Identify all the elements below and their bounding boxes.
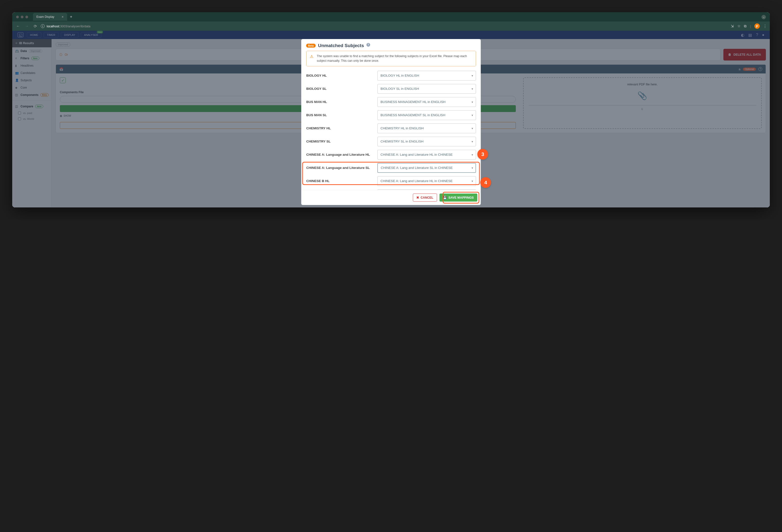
chevron-down-icon: ▼ [471, 153, 473, 156]
warning-text: The system was unable to find a matching… [317, 54, 472, 63]
cancel-button[interactable]: ✖ CANCEL [413, 193, 437, 201]
select-box[interactable]: BIOLOGY SL in ENGLISH [377, 84, 476, 94]
select-box[interactable]: BUSINESS MANAGEMENT HL in ENGLISH [377, 97, 476, 107]
mapping-row: CHEMISTRY SL CHEMISTRY SL in ENGLISH ▼ [305, 137, 477, 146]
subject-label: BIOLOGY SL [306, 87, 374, 90]
browser-tab[interactable]: Exam Display × [33, 13, 67, 21]
traffic-lights [16, 15, 28, 18]
warning-alert: ⚠ The system was unable to find a matchi… [306, 51, 476, 66]
subject-select[interactable]: CHEMISTRY HL in ENGLISH ▼ [377, 123, 476, 133]
subject-select[interactable]: BUSINESS MANAGEMENT SL in ENGLISH ▼ [377, 110, 476, 120]
modal-title: Unmatched Subjects [318, 43, 364, 48]
forward-icon[interactable]: → [24, 23, 30, 29]
modal-header: Beta Unmatched Subjects ? [301, 39, 481, 51]
browser-window: Exam Display × + ⌄ ← → ⟳ i localhost:300… [12, 12, 770, 207]
subject-label: CHEMISTRY HL [306, 126, 374, 130]
bookmark-icon[interactable]: ☆ [737, 24, 741, 28]
mapping-row: CHINESE A: Language and Literature HL CH… [305, 150, 477, 160]
chevron-down-icon: ▼ [471, 166, 473, 169]
reload-icon[interactable]: ⟳ [33, 23, 38, 30]
chevron-down-icon[interactable]: ⌄ [761, 15, 766, 19]
mapping-row: CHINESE B HL CHINESE A: Lang and Literat… [305, 176, 477, 186]
mapping-row: CHINESE A: Language and Literature SL CH… [305, 163, 477, 173]
back-icon[interactable]: ← [15, 23, 21, 29]
subject-select[interactable]: CHINESE A: Lang and Literature SL in CHI… [377, 163, 476, 173]
mapping-row: CHEMISTRY HL CHEMISTRY HL in ENGLISH ▼ [305, 123, 477, 133]
save-mappings-button[interactable]: 💾 SAVE MAPPINGS [439, 193, 477, 201]
subject-select[interactable]: BIOLOGY SL in ENGLISH ▼ [377, 84, 476, 94]
titlebar: Exam Display × + ⌄ [12, 12, 770, 22]
select-box[interactable]: CHINESE A: Lang and Literature SL in CHI… [377, 163, 476, 173]
mapping-row: BUS MAN HL BUSINESS MANAGEMENT HL in ENG… [305, 97, 477, 107]
subject-select[interactable]: BIOLOGY HL in ENGLISH ▼ [377, 71, 476, 80]
subject-label: BUS MAN SL [306, 113, 374, 117]
install-icon[interactable]: ⇲ [731, 24, 734, 28]
select-box[interactable]: BIOLOGY HL in ENGLISH [377, 71, 476, 80]
url-path: /analyser/ib/data [67, 25, 91, 28]
modal-footer: ✖ CANCEL 💾 SAVE MAPPINGS [301, 190, 481, 205]
cancel-icon: ✖ [416, 196, 419, 199]
url-host: localhost: [47, 25, 60, 28]
beta-badge: Beta [306, 44, 316, 48]
maximize-icon[interactable] [25, 15, 28, 18]
urlbar-actions: ⇲ ☆ ⧉ | F ⋮ [731, 24, 767, 29]
warning-icon: ⚠ [310, 54, 313, 59]
subject-label: BUS MAN HL [306, 100, 374, 104]
cancel-label: CANCEL [421, 196, 433, 199]
subject-select[interactable]: BUSINESS MANAGEMENT HL in ENGLISH ▼ [377, 97, 476, 107]
mapping-row: BIOLOGY SL BIOLOGY SL in ENGLISH ▼ [305, 84, 477, 94]
mapping-row: BIOLOGY HL BIOLOGY HL in ENGLISH ▼ [305, 71, 477, 80]
select-box[interactable]: BUSINESS MANAGEMENT SL in ENGLISH [377, 110, 476, 120]
minimize-icon[interactable] [21, 15, 24, 18]
select-box[interactable]: CHINESE A: Lang and Literature SL in CHI… [377, 189, 476, 190]
subject-label: CHEMISTRY SL [306, 140, 374, 143]
profile-avatar[interactable]: F [754, 24, 760, 29]
new-tab-icon[interactable]: + [70, 15, 72, 19]
address-bar[interactable]: i localhost:3003/analyser/ib/data [41, 24, 728, 28]
subject-select[interactable]: CHINESE A: Lang and Literature SL in CHI… [377, 189, 476, 190]
subject-select[interactable]: CHINESE A: Lang and Literature HL in CHI… [377, 176, 476, 186]
tab-title: Exam Display [36, 15, 54, 18]
titlebar-right: ⌄ [761, 14, 766, 19]
subject-select[interactable]: CHEMISTRY SL in ENGLISH ▼ [377, 137, 476, 146]
mapping-row: BUS MAN SL BUSINESS MANAGEMENT SL in ENG… [305, 110, 477, 120]
chevron-down-icon: ▼ [471, 127, 473, 129]
url-port: 3003 [60, 25, 67, 28]
save-icon: 💾 [443, 196, 447, 199]
app: ◱ HOMETIMERDISPLAYANALYSERNew ◐ ▤ ? ● ⁘ … [12, 31, 770, 207]
modal-body[interactable]: ⚠ The system was unable to find a matchi… [301, 51, 481, 190]
subject-label: CHINESE B HL [306, 179, 374, 183]
subject-label: CHINESE A: Language and Literature HL [306, 153, 374, 156]
select-box[interactable]: CHINESE A: Lang and Literature HL in CHI… [377, 150, 476, 160]
modal-help-icon[interactable]: ? [366, 43, 370, 47]
subject-select[interactable]: CHINESE A: Lang and Literature HL in CHI… [377, 150, 476, 160]
select-box[interactable]: CHEMISTRY SL in ENGLISH [377, 137, 476, 146]
chevron-down-icon: ▼ [471, 74, 473, 77]
chevron-down-icon: ▼ [471, 140, 473, 143]
save-label: SAVE MAPPINGS [449, 196, 473, 199]
chevron-down-icon: ▼ [471, 180, 473, 182]
site-info-icon[interactable]: i [41, 24, 45, 28]
subject-label: BIOLOGY HL [306, 74, 374, 77]
url-bar: ← → ⟳ i localhost:3003/analyser/ib/data … [12, 22, 770, 31]
close-icon[interactable] [16, 15, 19, 18]
select-box[interactable]: CHEMISTRY HL in ENGLISH [377, 123, 476, 133]
chevron-down-icon: ▼ [471, 87, 473, 90]
unmatched-subjects-modal: Beta Unmatched Subjects ? ⚠ The system w… [301, 39, 481, 205]
extensions-icon[interactable]: ⧉ [744, 24, 747, 28]
chevron-down-icon: ▼ [471, 101, 473, 103]
menu-icon[interactable]: ⋮ [763, 24, 767, 28]
select-box[interactable]: CHINESE A: Lang and Literature HL in CHI… [377, 176, 476, 186]
subject-label: CHINESE A: Language and Literature SL [306, 166, 374, 169]
tab-strip: Exam Display × + [33, 13, 72, 21]
chevron-down-icon: ▼ [471, 114, 473, 116]
tab-close-icon[interactable]: × [62, 15, 64, 19]
